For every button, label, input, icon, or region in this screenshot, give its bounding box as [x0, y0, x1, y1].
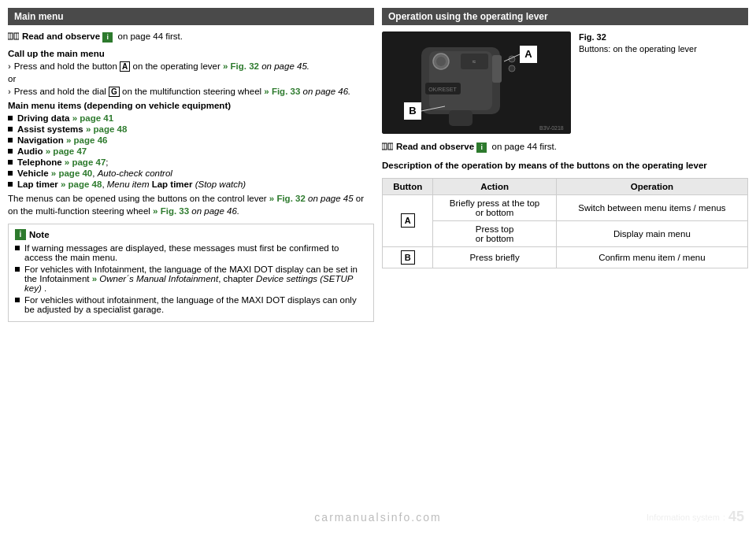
or-text: or [8, 74, 374, 83]
svg-text:OK/RESET: OK/RESET [428, 87, 457, 92]
svg-point-8 [436, 57, 446, 66]
table-row: Press topor bottom Display main menu [383, 220, 748, 246]
menu-items-list: Driving data » page 41 Assist systems » … [8, 113, 374, 189]
note-box: i Note If warning messages are displayed… [8, 224, 374, 322]
menu-items-title: Main menu items (depending on vehicle eq… [8, 101, 374, 110]
info-icon-left: i [102, 32, 113, 43]
list-item: Telephone » page 47; [8, 157, 374, 167]
body-text: The menus can be opened using the button… [8, 192, 374, 217]
list-item: Navigation » page 46 [8, 135, 374, 145]
list-item: Lap timer » page 48, Menu item Lap timer… [8, 180, 374, 189]
svg-rect-11 [492, 55, 502, 83]
note-content: If warning messages are displayed, these… [15, 243, 367, 314]
figure-caption: Fig. 32 Buttons: on the operating lever [579, 31, 697, 134]
left-read-observe: Read and observe i on page 44 first. [8, 31, 374, 43]
list-item: Assist systems » page 48 [8, 124, 374, 134]
lever-image: ≈ OK/RESET A [382, 31, 571, 134]
operation-cell-1: Switch between menu items / menus [556, 194, 747, 220]
svg-rect-16 [449, 110, 472, 126]
table-description: Description of the operation by means of… [382, 159, 748, 172]
list-item: Audio » page 47 [8, 146, 374, 156]
lever-svg: ≈ OK/RESET A [382, 31, 571, 134]
action-cell-2: Press topor bottom [433, 220, 556, 246]
arrow-item-1: › Press and hold the button A on the ope… [8, 61, 374, 71]
list-item: Driving data » page 41 [8, 113, 374, 123]
info-icon-right: i [476, 143, 487, 153]
note-title: Note [29, 230, 50, 239]
table-header-button: Button [383, 178, 433, 194]
note-icon: i [15, 229, 26, 240]
watermark: carmanualsinfo.com [0, 502, 756, 533]
table-row: A Briefly press at the topor bottom Swit… [383, 194, 748, 220]
svg-text:B3V-0218: B3V-0218 [539, 125, 564, 131]
figure-area: ≈ OK/RESET A [382, 31, 748, 134]
list-item: Vehicle » page 40, Auto-check control [8, 168, 374, 178]
operation-cell-2: Display main menu [556, 220, 747, 246]
table-header-operation: Operation [556, 178, 747, 194]
book-icon [8, 32, 19, 40]
action-cell-1: Briefly press at the topor bottom [433, 194, 556, 220]
right-column: Operation using the operating lever ≈ [382, 8, 748, 525]
note-header: i Note [15, 229, 367, 240]
note-item: For vehicles with Infotainment, the lang… [15, 265, 367, 293]
arrow-item-2: › Press and hold the dial G on the multi… [8, 87, 374, 96]
svg-point-13 [509, 65, 515, 72]
call-up-title: Call up the main menu [8, 49, 374, 58]
button-b-cell: B [383, 246, 433, 268]
note-item: For vehicles without infotainment, the l… [15, 295, 367, 314]
svg-text:B: B [409, 105, 416, 117]
note-item: If warning messages are displayed, these… [15, 243, 367, 262]
svg-text:A: A [524, 48, 532, 60]
book-icon-right [382, 143, 393, 150]
table-row: B Press briefly Confirm menu item / menu [383, 246, 748, 268]
table-header-action: Action [433, 178, 556, 194]
left-column: Main menu Read and observe i on page 44 … [8, 8, 374, 525]
left-section-header: Main menu [8, 8, 374, 25]
action-cell-3: Press briefly [433, 246, 556, 268]
right-section-header: Operation using the operating lever [382, 8, 748, 25]
button-a-cell: A [383, 194, 433, 246]
operation-table: Button Action Operation A Briefly press … [382, 178, 748, 268]
svg-text:≈: ≈ [472, 58, 476, 65]
operation-cell-3: Confirm menu item / menu [556, 246, 747, 268]
right-read-observe: Read and observe i on page 44 first. [382, 142, 748, 153]
